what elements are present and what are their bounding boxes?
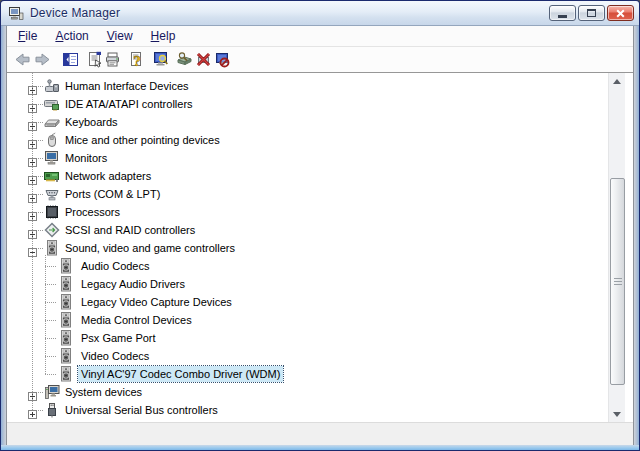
arrow-down-icon [613,412,621,421]
monitor-icon [44,150,60,166]
tree-item-sound-video-and-game-controllers[interactable]: Sound, video and game controllers [62,240,238,256]
show-hide-console-tree-button[interactable] [62,51,79,68]
minimize-button[interactable] [549,5,576,21]
vertical-scrollbar[interactable] [608,73,625,422]
tree-row: Vinyl AC'97 Codec Combo Driver (WDM) [7,365,607,383]
tree-item-legacy-audio-drivers[interactable]: Legacy Audio Drivers [78,276,188,292]
update-driver-button[interactable] [152,51,169,68]
tree-row: Monitors [7,149,607,167]
tree-item-psx-game-port[interactable]: Psx Game Port [78,330,159,346]
help-button[interactable]: ? [128,51,145,68]
tree-item-keyboards[interactable]: Keyboards [62,114,121,130]
tree-row: Universal Serial Bus controllers [7,401,607,419]
tree-item-processors[interactable]: Processors [62,204,123,220]
sound-device-icon [44,240,60,256]
tree-row: Legacy Audio Drivers [7,275,607,293]
tree-row: Sound, video and game controllers [7,239,607,257]
device-tree: Universal Serial Bus controllersSystem d… [7,73,633,422]
status-area [7,422,633,445]
processor-icon [44,204,60,220]
scsi-controller-icon [44,222,60,238]
toolbar: ? [7,47,633,73]
arrow-up-icon [613,75,621,84]
tree-line [45,255,46,374]
tree-item-universal-serial-bus-controllers[interactable]: Universal Serial Bus controllers [62,402,221,418]
sound-device-icon [58,330,74,346]
tree-row: Keyboards [7,113,607,131]
scrollbar-thumb[interactable] [610,178,625,385]
forward-button[interactable] [34,51,51,68]
sound-device-icon [58,366,74,382]
sound-device-icon [58,348,74,364]
tree-item-network-adapters[interactable]: Network adapters [62,168,154,184]
client-area: FileActionViewHelp ? Universal Serial Bu… [6,26,634,445]
svg-text:?: ? [133,55,140,69]
scroll-up-button[interactable] [609,73,625,89]
window-frame-right [634,26,639,445]
sound-device-icon [58,276,74,292]
sound-device-icon [58,258,74,274]
scroll-down-button[interactable] [609,406,625,422]
tree-line [45,284,56,285]
uninstall-button[interactable] [213,51,230,68]
close-icon [616,4,625,22]
tree-item-ports-com-lpt[interactable]: Ports (COM & LPT) [62,186,163,202]
tree-row: Video Codecs [7,347,607,365]
tree-row: Audio Codecs [7,257,607,275]
tree-row: Psx Game Port [7,329,607,347]
tree-line [45,266,56,267]
disable-button[interactable] [195,51,212,68]
menu-item-file[interactable]: File [9,27,46,45]
tree-line [45,374,56,375]
device-manager-window: Device Manager FileActionViewHelp ? Univ… [0,0,640,451]
close-button[interactable] [607,5,634,21]
tree-line [45,320,56,321]
window-controls [549,5,634,21]
usb-controller-icon [44,402,60,418]
tree-row: Ports (COM & LPT) [7,185,607,203]
menu-item-view[interactable]: View [98,27,142,45]
tree-item-media-control-devices[interactable]: Media Control Devices [78,312,195,328]
tree-row: System devices [7,383,607,401]
scrollbar-grip-icon [614,278,622,286]
tree-row: IDE ATA/ATAPI controllers [7,95,607,113]
titlebar[interactable]: Device Manager [1,1,639,26]
tree-row: Media Control Devices [7,311,607,329]
scan-hardware-changes-button[interactable] [176,51,193,68]
sound-device-icon [58,294,74,310]
serial-port-icon [44,186,60,202]
mouse-icon [44,132,60,148]
tree-row: Legacy Video Capture Devices [7,293,607,311]
tree-item-monitors[interactable]: Monitors [62,150,110,166]
tree-line [45,338,56,339]
tree-row: Network adapters [7,167,607,185]
tree-item-legacy-video-capture-devices[interactable]: Legacy Video Capture Devices [78,294,235,310]
properties-button[interactable] [86,51,103,68]
maximize-icon [587,9,596,17]
tree-item-vinyl-ac-97-codec-combo-driver-wdm[interactable]: Vinyl AC'97 Codec Combo Driver (WDM) [78,366,283,382]
back-button[interactable] [14,51,31,68]
minimize-icon [558,15,567,18]
ide-controller-icon [44,96,60,112]
tree-item-human-interface-devices[interactable]: Human Interface Devices [62,78,192,94]
menu-item-help[interactable]: Help [142,27,185,45]
tree-line [45,356,56,357]
tree-item-mice-and-other-pointing-devices[interactable]: Mice and other pointing devices [62,132,223,148]
window-frame-bottom [1,445,639,450]
tree-item-ide-ata-atapi-controllers[interactable]: IDE ATA/ATAPI controllers [62,96,196,112]
device-manager-icon [8,5,24,21]
human-interface-devices-icon [44,78,60,94]
sound-device-icon [58,312,74,328]
system-devices-icon [44,384,60,400]
keyboard-icon [44,114,60,130]
tree-item-scsi-and-raid-controllers[interactable]: SCSI and RAID controllers [62,222,198,238]
print-button[interactable] [104,51,121,68]
menu-item-action[interactable]: Action [46,27,97,45]
tree-item-audio-codecs[interactable]: Audio Codecs [78,258,153,274]
tree-row: Human Interface Devices [7,77,607,95]
tree-item-video-codecs[interactable]: Video Codecs [78,348,152,364]
tree-row: SCSI and RAID controllers [7,221,607,239]
maximize-button[interactable] [578,5,605,21]
tree-item-system-devices[interactable]: System devices [62,384,145,400]
tree-line [32,73,33,410]
